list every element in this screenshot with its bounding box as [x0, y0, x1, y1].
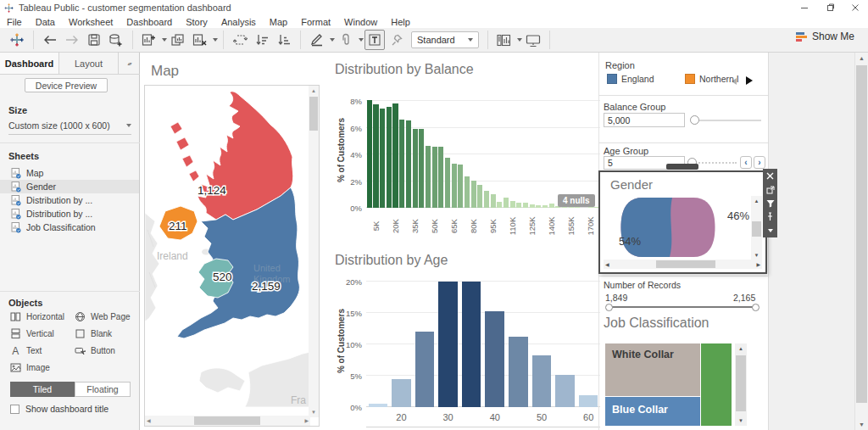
new-worksheet-button[interactable]: [139, 30, 159, 50]
bar-mark[interactable]: [477, 185, 482, 208]
bar-mark[interactable]: [406, 120, 411, 208]
bar-mark[interactable]: [485, 311, 504, 407]
bar-mark[interactable]: [392, 103, 398, 208]
object-image[interactable]: Image: [10, 362, 75, 373]
bar-mark[interactable]: [542, 205, 548, 208]
menu-item-help[interactable]: Help: [384, 17, 417, 27]
cards-dropdown[interactable]: [517, 38, 522, 42]
age-group-increment-button[interactable]: ›: [754, 156, 765, 169]
tiled-button[interactable]: Tiled: [10, 382, 75, 397]
sheet-item-2[interactable]: Gender: [0, 180, 139, 193]
maximize-button[interactable]: [817, 0, 843, 15]
bar-mark[interactable]: [504, 198, 509, 208]
clear-sheet-dropdown[interactable]: [213, 38, 218, 42]
menu-item-data[interactable]: Data: [29, 17, 62, 27]
treemap-block-blue-collar[interactable]: Blue Collar: [605, 397, 700, 426]
balance-group-slider-handle[interactable]: [690, 115, 699, 125]
sheet-item-5[interactable]: Job Classification: [0, 221, 139, 234]
legend-item-northern-i[interactable]: Northern I: [685, 74, 739, 84]
minimize-button[interactable]: [792, 0, 817, 15]
map-hebrides[interactable]: [170, 122, 199, 181]
presentation-mode-button[interactable]: [523, 30, 543, 50]
object-button[interactable]: Button: [75, 345, 136, 356]
treemap-block-other[interactable]: [701, 343, 732, 426]
object-blank[interactable]: Blank: [75, 328, 136, 339]
bar-mark[interactable]: [462, 282, 481, 407]
card-menu-caret-icon[interactable]: [765, 225, 776, 236]
bar-mark[interactable]: [419, 129, 424, 208]
bar-mark[interactable]: [510, 201, 515, 208]
bar-mark[interactable]: [465, 176, 470, 208]
balance-group-input[interactable]: 5,000: [604, 113, 685, 127]
link-dropdown[interactable]: [359, 38, 364, 42]
gender-vertical-scrollbar[interactable]: ▲ ▼: [751, 196, 762, 260]
object-vertical[interactable]: Vertical: [10, 328, 75, 339]
bar-mark[interactable]: [555, 375, 575, 407]
bar-mark[interactable]: [415, 332, 435, 407]
bar-mark[interactable]: [438, 147, 443, 208]
object-text[interactable]: AText: [10, 345, 75, 356]
bar-mark[interactable]: [373, 104, 378, 208]
menu-item-format[interactable]: Format: [294, 17, 337, 27]
bar-mark[interactable]: [426, 146, 431, 208]
bar-mark[interactable]: [380, 109, 385, 208]
bar-mark[interactable]: [530, 204, 535, 208]
object-webpage[interactable]: Web Page: [75, 311, 136, 322]
treemap-scrollbar[interactable]: ▲ ▼: [735, 343, 747, 426]
tab-layout[interactable]: Layout: [59, 53, 119, 74]
menu-item-worksheet[interactable]: Worksheet: [62, 17, 120, 27]
bar-mark[interactable]: [491, 194, 496, 208]
open-as-window-icon[interactable]: [765, 184, 776, 195]
gender-horizontal-scrollbar[interactable]: ◀ ▶: [604, 260, 762, 269]
show-me-button[interactable]: Show Me: [796, 31, 854, 42]
floating-button[interactable]: Floating: [75, 382, 131, 397]
menu-item-story[interactable]: Story: [179, 17, 214, 27]
bar-mark[interactable]: [438, 282, 458, 407]
show-mark-labels-button[interactable]: [364, 30, 385, 50]
highlight-button[interactable]: [307, 30, 327, 50]
new-data-source-button[interactable]: [106, 30, 126, 50]
tab-dashboard[interactable]: Dashboard: [0, 53, 59, 74]
map-horizontal-scrollbar[interactable]: ◀ ▶: [145, 416, 310, 426]
close-card-icon[interactable]: [765, 170, 776, 181]
bar-mark[interactable]: [367, 100, 372, 208]
map-vertical-scrollbar[interactable]: ▲ ▼: [309, 86, 319, 417]
gender-window-grip[interactable]: [666, 164, 698, 170]
bar-mark[interactable]: [497, 202, 502, 208]
bar-mark[interactable]: [516, 203, 521, 208]
menu-item-file[interactable]: File: [0, 17, 29, 27]
tableau-logo-toolbar-icon[interactable]: [7, 30, 27, 50]
clear-sheet-button[interactable]: [190, 30, 210, 50]
bar-mark[interactable]: [458, 165, 463, 208]
bar-mark[interactable]: [484, 191, 489, 208]
bar-mark[interactable]: [536, 205, 541, 208]
swap-rows-columns-button[interactable]: [230, 30, 250, 50]
highlight-dropdown[interactable]: [330, 38, 335, 42]
bar-mark[interactable]: [432, 147, 437, 208]
collapse-pane-icon[interactable]: ▴▾: [119, 53, 140, 74]
fix-axes-button[interactable]: [387, 30, 407, 50]
size-dropdown[interactable]: Custom size (1000 x 600): [8, 120, 131, 135]
bar-mark[interactable]: [399, 120, 404, 208]
save-button[interactable]: [84, 30, 104, 50]
balance-group-slider-track[interactable]: [695, 120, 761, 121]
menu-item-analysis[interactable]: Analysis: [214, 17, 263, 27]
duplicate-sheet-button[interactable]: [168, 30, 188, 50]
bar-mark[interactable]: [413, 129, 418, 208]
bar-mark[interactable]: [575, 207, 580, 208]
sort-ascending-button[interactable]: [252, 30, 272, 50]
format-link-button[interactable]: [336, 30, 356, 50]
records-range-slider-track[interactable]: [609, 306, 755, 308]
fit-selector[interactable]: Standard: [411, 31, 479, 48]
bar-mark[interactable]: [387, 107, 392, 208]
legend-item-england[interactable]: England: [607, 74, 654, 84]
bar-mark[interactable]: [509, 337, 528, 407]
undo-button[interactable]: [40, 30, 60, 50]
new-worksheet-dropdown[interactable]: [162, 38, 167, 42]
bar-mark[interactable]: [523, 203, 528, 208]
nulls-indicator[interactable]: 4 nulls: [558, 194, 595, 207]
gender-male-segment[interactable]: [621, 198, 673, 257]
bar-mark[interactable]: [588, 207, 593, 208]
menu-item-window[interactable]: Window: [337, 17, 384, 27]
bar-mark[interactable]: [532, 355, 552, 407]
